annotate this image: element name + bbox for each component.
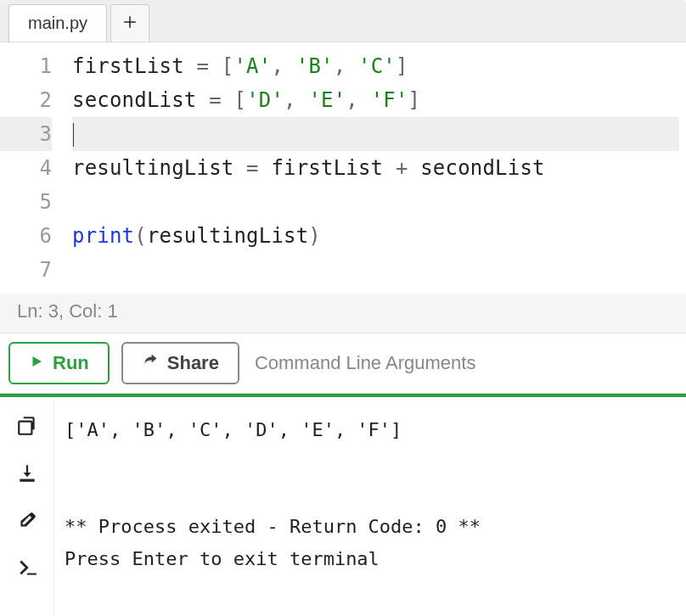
terminal-line xyxy=(65,446,676,479)
code-line[interactable] xyxy=(72,185,679,219)
line-number: 7 xyxy=(0,253,52,287)
copy-icon xyxy=(16,415,38,440)
code-line[interactable]: resultingList = firstList + secondList xyxy=(72,151,679,185)
run-label: Run xyxy=(53,352,89,374)
plus-icon xyxy=(122,14,138,33)
terminal-line: Press Enter to exit terminal xyxy=(65,543,676,575)
editor-content[interactable]: firstList = ['A', 'B', 'C']secondList = … xyxy=(64,42,686,294)
terminal-output[interactable]: ['A', 'B', 'C', 'D', 'E', 'F']** Process… xyxy=(54,397,686,616)
code-line[interactable] xyxy=(72,117,679,151)
download-icon xyxy=(16,462,38,488)
download-button[interactable] xyxy=(15,463,39,487)
editor-status-bar: Ln: 3, Col: 1 xyxy=(0,294,686,333)
line-number: 2 xyxy=(0,83,52,117)
editor-gutter: 1234567 xyxy=(0,42,64,294)
play-icon xyxy=(29,352,44,374)
terminal-line: ** Process exited - Return Code: 0 ** xyxy=(65,511,676,543)
cli-args-input[interactable] xyxy=(251,347,678,379)
share-button[interactable]: Share xyxy=(121,342,239,384)
code-line[interactable]: secondList = ['D', 'E', 'F'] xyxy=(72,83,679,117)
tab-label: main.py xyxy=(28,14,87,33)
cursor-position: Ln: 3, Col: 1 xyxy=(17,300,118,322)
line-number: 3 xyxy=(0,117,52,151)
line-number: 6 xyxy=(0,219,52,253)
app-root: main.py 1234567 firstList = ['A', 'B', '… xyxy=(0,0,686,616)
output-panel: ['A', 'B', 'C', 'D', 'E', 'F']** Process… xyxy=(0,394,686,616)
tab-bar: main.py xyxy=(0,0,686,42)
prompt-icon xyxy=(16,557,38,583)
clear-button[interactable] xyxy=(15,511,39,535)
terminal-button[interactable] xyxy=(15,558,39,582)
run-button[interactable]: Run xyxy=(8,342,110,384)
line-number: 1 xyxy=(0,49,52,83)
line-number: 5 xyxy=(0,185,52,219)
line-number: 4 xyxy=(0,151,52,185)
terminal-line xyxy=(65,479,676,511)
text-cursor xyxy=(73,123,74,147)
code-line[interactable]: firstList = ['A', 'B', 'C'] xyxy=(72,49,679,83)
copy-button[interactable] xyxy=(15,416,39,440)
tab-main-py[interactable]: main.py xyxy=(8,4,107,42)
share-icon xyxy=(142,352,159,374)
terminal-line: ['A', 'B', 'C', 'D', 'E', 'F'] xyxy=(65,414,676,446)
eraser-icon xyxy=(16,510,38,535)
new-tab-button[interactable] xyxy=(110,4,149,42)
code-line[interactable] xyxy=(72,253,679,287)
output-sidebar xyxy=(0,397,54,616)
code-line[interactable]: print(resultingList) xyxy=(72,219,679,253)
code-editor[interactable]: 1234567 firstList = ['A', 'B', 'C']secon… xyxy=(0,42,686,294)
share-label: Share xyxy=(167,352,219,374)
action-toolbar: Run Share xyxy=(0,333,686,394)
